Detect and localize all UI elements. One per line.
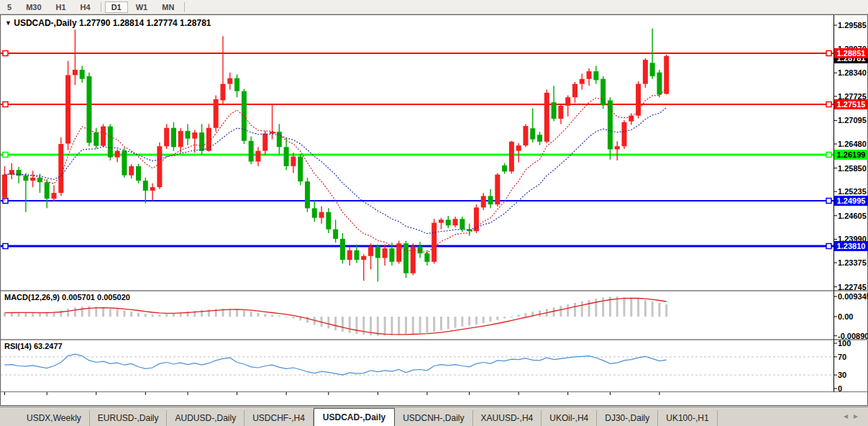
tab-scroll-right-icon[interactable]: ▸ [854, 411, 864, 421]
candle-body [234, 78, 239, 91]
price-line-label: 1.24995 [834, 196, 868, 206]
macd-histogram-bar [658, 303, 660, 317]
candle-body [396, 243, 401, 262]
candle-body [544, 93, 549, 142]
toolbar-separator [101, 2, 101, 12]
macd-histogram-bar [637, 299, 639, 317]
macd-histogram-bar [32, 313, 34, 317]
macd-histogram-bar [652, 302, 654, 317]
chart-tab-usdchf[interactable]: USDCHF-,H4 [245, 410, 314, 426]
macd-histogram-bar [665, 304, 667, 317]
chart-tab-xauusd[interactable]: XAUUSD-,H4 [473, 410, 542, 426]
timeframe-button-d1[interactable]: D1 [105, 1, 128, 13]
chart-tab-uk100[interactable]: UK100-,H1 [658, 410, 717, 426]
timeframe-button-h1[interactable]: H1 [50, 1, 73, 13]
price-axis-tick: 1.28340 [838, 68, 867, 77]
line-handle[interactable] [826, 51, 831, 56]
candle-body [403, 243, 408, 273]
macd-histogram-bar [349, 317, 351, 333]
toolbar-separator [184, 2, 185, 12]
timeframe-button-w1[interactable]: W1 [129, 1, 155, 13]
candle-body [565, 97, 570, 106]
candle-body [73, 70, 78, 75]
chart-tab-dj30[interactable]: DJ30-,Daily [597, 410, 658, 426]
line-handle[interactable] [826, 152, 831, 157]
chart-tab-audusd[interactable]: AUDUSD-,Daily [167, 410, 245, 426]
macd-histogram-bar [250, 312, 252, 317]
rsi-indicator-label: RSI(14) 63.2477 [4, 342, 63, 350]
price-axis-tick: 1.25850 [838, 164, 867, 173]
candle-body [516, 145, 521, 150]
macd-histogram-bar [271, 314, 273, 317]
chart-canvas[interactable] [1, 15, 868, 407]
rsi-axis-tick: 100 [838, 339, 851, 348]
chart-dropdown-icon[interactable]: ▼ [5, 19, 12, 27]
chart-title: ▼ USDCAD-,Daily 1.27790 1.28814 1.27774 … [5, 18, 211, 28]
macd-histogram-bar [426, 317, 428, 332]
line-handle[interactable] [3, 243, 8, 248]
rsi-axis-tick: 30 [838, 371, 846, 379]
candle-body [108, 127, 113, 158]
candle-body [615, 146, 620, 149]
macd-histogram-bar [581, 302, 583, 317]
chart-ohlc-values: 1.27790 1.28814 1.27774 1.28781 [79, 18, 211, 28]
chart-tab-usdx[interactable]: USDX,Weekly [19, 410, 90, 426]
timeframe-button-mn[interactable]: MN [155, 1, 181, 13]
macd-histogram-bar [74, 307, 76, 317]
candle-body [86, 76, 91, 142]
macd-histogram-bar [117, 309, 119, 317]
tab-scroll-left-icon[interactable]: ◂ [844, 411, 854, 421]
candle-body [101, 127, 106, 146]
macd-histogram-bar [454, 317, 457, 328]
macd-histogram-bar [447, 317, 449, 329]
candle-body [214, 99, 219, 128]
macd-histogram-bar [377, 317, 379, 336]
macd-histogram-bar [264, 314, 266, 317]
chart-tab-usdcad[interactable]: USDCAD-,Daily [314, 408, 395, 426]
candle-body [340, 239, 345, 260]
line-handle[interactable] [826, 199, 831, 204]
macd-histogram-bar [257, 313, 259, 317]
candle-body [305, 181, 310, 208]
chart-tab-eurusd[interactable]: EURUSD-,Daily [90, 410, 168, 426]
timeframe-button-5[interactable]: 5 [1, 1, 18, 13]
macd-indicator-label: MACD(12,26,9) 0.005701 0.005020 [4, 293, 130, 302]
macd-histogram-bar [81, 307, 83, 317]
line-handle[interactable] [826, 102, 831, 107]
macd-histogram-bar [123, 310, 125, 317]
candle-body [636, 84, 641, 116]
macd-histogram-bar [630, 298, 632, 317]
candle-body [58, 144, 63, 193]
macd-histogram-bar [4, 313, 6, 317]
timeframe-button-m30[interactable]: M30 [19, 1, 47, 13]
macd-histogram-bar [559, 306, 562, 317]
price-axis-tick: 1.27095 [838, 116, 867, 124]
trading-terminal-window: 5M30H1H4D1W1MN ▼ USDCAD-,Daily 1.27790 1… [0, 0, 868, 426]
candle-body [249, 141, 254, 162]
macd-histogram-bar [278, 316, 280, 317]
tab-scroll-arrows: ◂▸ [844, 411, 864, 421]
timeframe-button-h4[interactable]: H4 [74, 1, 97, 13]
chart-tab-ukoil[interactable]: UKOil-,H4 [542, 410, 597, 426]
macd-histogram-bar [475, 317, 478, 325]
candle-body [431, 223, 437, 262]
line-handle[interactable] [826, 243, 831, 248]
candle-body [227, 78, 232, 84]
chart-tab-usdcnh[interactable]: USDCNH-,Daily [395, 410, 472, 426]
price-axis-tick: 1.25235 [838, 187, 867, 196]
line-handle[interactable] [3, 199, 8, 204]
candle-body [572, 84, 577, 98]
chart-window[interactable]: ▼ USDCAD-,Daily 1.27790 1.28814 1.27774 … [0, 14, 868, 406]
price-axis-tick: 1.29585 [838, 21, 867, 30]
candle-body [220, 84, 225, 101]
macd-histogram-bar [165, 314, 168, 317]
macd-histogram-bar [356, 317, 358, 334]
line-handle[interactable] [3, 102, 8, 107]
candle-body [657, 73, 662, 95]
candle-body [23, 176, 28, 181]
line-handle[interactable] [3, 152, 8, 157]
candle-body [30, 178, 35, 181]
candle-body [129, 166, 134, 176]
line-handle[interactable] [3, 51, 8, 56]
macd-histogram-bar [67, 309, 69, 317]
